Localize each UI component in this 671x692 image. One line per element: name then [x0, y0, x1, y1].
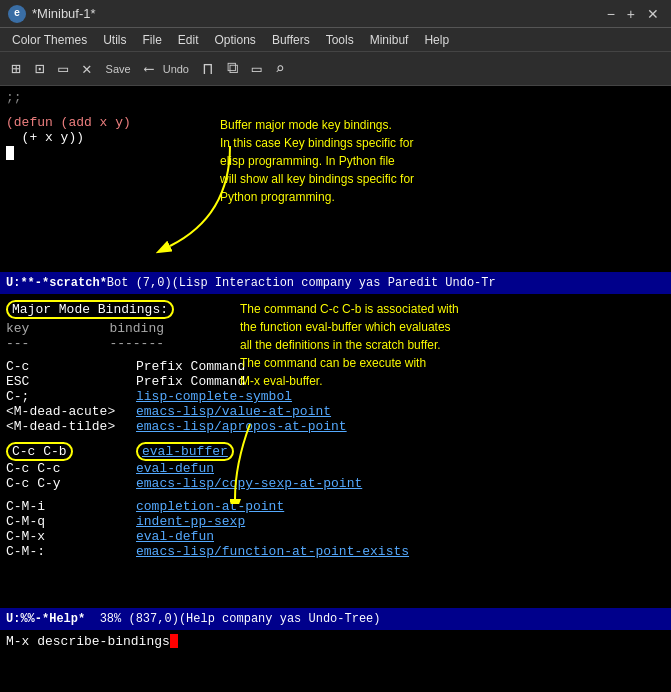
menu-item-tools[interactable]: Tools — [318, 31, 362, 49]
open-button[interactable]: ⊡ — [30, 56, 50, 82]
help-annotation: The command C-c C-b is associated with t… — [240, 300, 459, 390]
binding-cell: indent-pp-sexp — [136, 514, 245, 529]
key-highlight: C-c C-b — [6, 442, 73, 461]
key-cell: C-c — [6, 359, 136, 374]
mode-line-buffer: *scratch* — [42, 276, 107, 290]
help-area: The command C-c C-b is associated with t… — [0, 294, 671, 608]
binding-cell: emacs-lisp/function-at-point-exists — [136, 544, 409, 559]
key-cell: <M-dead-tilde> — [6, 419, 136, 434]
menu-item-buffers[interactable]: Buffers — [264, 31, 318, 49]
menu-item-help[interactable]: Help — [416, 31, 457, 49]
binding-highlight: eval-buffer — [136, 442, 234, 461]
copy-buffer-button[interactable]: ⧉ — [222, 56, 243, 81]
cursor — [6, 146, 14, 160]
major-mode-title: Major Mode Bindings: — [6, 300, 174, 319]
binding-cell: eval-buffer — [136, 442, 234, 461]
comment-line: ;; — [6, 90, 665, 105]
undo-button[interactable]: ⟵ Undo — [140, 57, 194, 81]
key-header: key — [6, 321, 29, 336]
mode-line-modes: (Lisp Interaction company yas Paredit Un… — [172, 276, 496, 290]
table-row: C-;lisp-complete-symbol — [6, 389, 665, 404]
menu-item-edit[interactable]: Edit — [170, 31, 207, 49]
menu-item-options[interactable]: Options — [207, 31, 264, 49]
key-cell: C-M-: — [6, 544, 136, 559]
binding-cell: Prefix Command — [136, 359, 245, 374]
key-cell: ESC — [6, 374, 136, 389]
paste-button[interactable]: ▭ — [247, 56, 267, 82]
mode-line2-coords: (837,0) — [128, 612, 178, 626]
undo-label: Undo — [163, 63, 189, 75]
table-row: <M-dead-tilde>emacs-lisp/apropos-at-poin… — [6, 419, 665, 434]
table-row: C-M-:emacs-lisp/function-at-point-exists — [6, 544, 665, 559]
table-row: C-M-icompletion-at-point — [6, 499, 665, 514]
title-text: *Minibuf-1* — [32, 6, 96, 21]
menu-item-utils[interactable]: Utils — [95, 31, 134, 49]
menu-item-minibuf[interactable]: Minibuf — [362, 31, 417, 49]
key-cell: <M-dead-acute> — [6, 404, 136, 419]
mode-line2-pos — [121, 612, 128, 626]
mode-line-2: U:%%- *Help* 38% (837,0) (Help company y… — [0, 608, 671, 630]
editor-area: ;; (defun (add x y) (+ x y)) Buffer majo… — [0, 86, 671, 272]
search-button[interactable]: ⌕ — [270, 56, 290, 82]
binding-cell: emacs-lisp/copy-sexp-at-point — [136, 476, 362, 491]
key-cell: C-M-x — [6, 529, 136, 544]
save-label: Save — [106, 63, 131, 75]
mode-line-position: Bot (7,0) — [107, 276, 172, 290]
binding-cell: emacs-lisp/value-at-point — [136, 404, 331, 419]
window-controls[interactable]: − + ✕ — [603, 6, 663, 22]
minibuf-cursor — [170, 634, 178, 648]
bookmark-button[interactable]: ⊓ — [198, 56, 218, 82]
table-row: C-c C-ceval-defun — [6, 461, 665, 476]
binding-header: binding — [109, 321, 164, 336]
mode-line2-prefix: U:%%- — [6, 612, 42, 626]
table-row: C-M-xeval-defun — [6, 529, 665, 544]
key-cell: C-M-i — [6, 499, 136, 514]
table-row: <M-dead-acute>emacs-lisp/value-at-point — [6, 404, 665, 419]
binding-cell: emacs-lisp/apropos-at-point — [136, 419, 347, 434]
save-button[interactable]: Save — [101, 57, 136, 81]
binding-cell: lisp-complete-symbol — [136, 389, 292, 404]
editor-annotation: Buffer major mode key bindings. In this … — [220, 116, 414, 206]
binding-cell: Prefix Command — [136, 374, 245, 389]
minibuf-prompt: M-x describe-bindings — [6, 634, 170, 649]
key-cell: C-c C-c — [6, 461, 136, 476]
key-cell: C-c C-b — [6, 442, 136, 461]
table-row: C-c C-beval-buffer — [6, 442, 665, 461]
title-bar: e *Minibuf-1* − + ✕ — [0, 0, 671, 28]
table-row: C-c C-yemacs-lisp/copy-sexp-at-point — [6, 476, 665, 491]
menu-item-file[interactable]: File — [134, 31, 169, 49]
mode-line2-percent — [85, 612, 99, 626]
maximize-button[interactable]: + — [623, 6, 639, 22]
save-file-button[interactable]: ▭ — [53, 56, 73, 82]
close-button[interactable]: ✕ — [643, 6, 663, 22]
key-cell: C-; — [6, 389, 136, 404]
mode-line2-modes: (Help company yas Undo-Tree) — [179, 612, 381, 626]
app-icon: e — [8, 5, 26, 23]
minimize-button[interactable]: − — [603, 6, 619, 22]
binding-cell: completion-at-point — [136, 499, 284, 514]
mode-line-1: U:**- *scratch* Bot (7,0) (Lisp Interact… — [0, 272, 671, 294]
binding-cell: eval-defun — [136, 529, 214, 544]
mode-line2-pct: 38% — [100, 612, 122, 626]
mode-line2-buffer: *Help* — [42, 612, 85, 626]
new-button[interactable]: ⊞ — [6, 56, 26, 82]
menu-item-color-themes[interactable]: Color Themes — [4, 31, 95, 49]
close-file-button[interactable]: ✕ — [77, 56, 97, 82]
table-row: C-M-qindent-pp-sexp — [6, 514, 665, 529]
minibuffer[interactable]: M-x describe-bindings — [0, 630, 671, 652]
title-bar-left: e *Minibuf-1* — [8, 5, 96, 23]
key-cell: C-M-q — [6, 514, 136, 529]
binding-cell: eval-defun — [136, 461, 214, 476]
toolbar[interactable]: ⊞ ⊡ ▭ ✕ Save ⟵ Undo ⊓ ⧉ ▭ ⌕ — [0, 52, 671, 86]
mode-line-prefix: U:**- — [6, 276, 42, 290]
key-cell: C-c C-y — [6, 476, 136, 491]
menu-bar[interactable]: Color ThemesUtilsFileEditOptionsBuffersT… — [0, 28, 671, 52]
